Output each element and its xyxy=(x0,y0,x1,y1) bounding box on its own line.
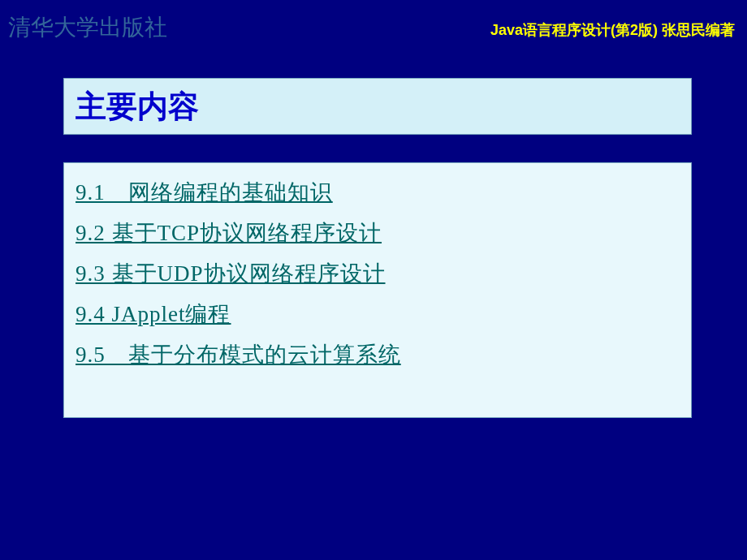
slide-title: 主要内容 xyxy=(76,86,199,127)
toc-link-9-2[interactable]: 9.2 基于TCP协议网络程序设计 xyxy=(76,218,680,248)
toc-link-9-4[interactable]: 9.4 JApplet编程 xyxy=(76,299,680,329)
toc-link-9-1[interactable]: 9.1 网络编程的基础知识 xyxy=(76,178,680,207)
title-box: 主要内容 xyxy=(63,78,692,135)
table-of-contents: 9.1 网络编程的基础知识 9.2 基于TCP协议网络程序设计 9.3 基于UD… xyxy=(63,162,692,418)
publisher-name: 清华大学出版社 xyxy=(8,12,167,43)
toc-link-9-5[interactable]: 9.5 基于分布模式的云计算系统 xyxy=(76,340,680,369)
toc-link-9-3[interactable]: 9.3 基于UDP协议网络程序设计 xyxy=(76,259,680,288)
book-title: Java语言程序设计(第2版) 张思民编著 xyxy=(490,20,735,40)
